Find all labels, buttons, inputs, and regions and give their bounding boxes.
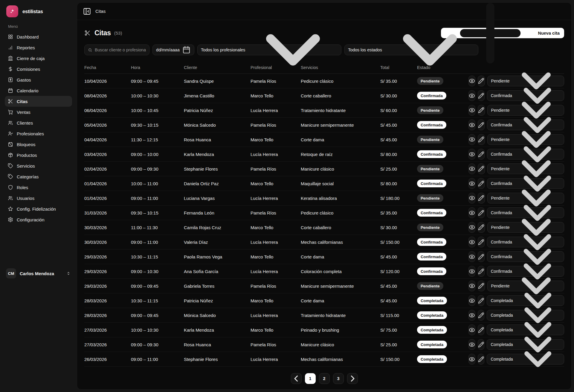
table-row: 30/03/2026 09:00 – 11:00 Valeria Díaz Lu… (84, 235, 564, 249)
view-appointment-button[interactable] (468, 149, 475, 160)
cell-hora: 09:00 – 09:30 (131, 166, 184, 172)
sidebar-item-servicios[interactable]: Servicios (5, 160, 72, 171)
status-badge: Completada (417, 355, 447, 363)
edit-appointment-button[interactable] (478, 134, 485, 145)
sidebar-item-label: Servicios (17, 163, 35, 169)
sidebar-item-cierre-de-caja[interactable]: Cierre de caja (5, 53, 72, 64)
edit-appointment-button[interactable] (478, 339, 485, 350)
view-appointment-button[interactable] (468, 105, 475, 116)
edit-appointment-button[interactable] (478, 76, 485, 86)
view-appointment-button[interactable] (468, 281, 475, 291)
view-appointment-button[interactable] (468, 354, 475, 365)
cell-hora: 09:30 – 10:15 (131, 210, 184, 215)
sidebar-item-ventas[interactable]: Ventas (5, 107, 72, 117)
cell-profesional: Lucía Herrera (251, 196, 301, 201)
content: Citas (53) Nueva cita dd/mm/aaaa (77, 20, 571, 390)
edit-appointment-button[interactable] (478, 149, 485, 160)
sidebar-item-config-fidelizacion[interactable]: Config. Fidelización (5, 203, 72, 214)
cell-cliente: Rosa Huanca (184, 342, 251, 347)
edit-appointment-button[interactable] (478, 295, 485, 306)
eye-icon (469, 283, 475, 289)
view-appointment-button[interactable] (468, 237, 475, 247)
view-appointment-button[interactable] (468, 310, 475, 321)
sparkles-icon (10, 9, 15, 14)
view-appointment-button[interactable] (468, 251, 475, 262)
table-row: 03/04/2026 09:00 – 10:00 Karla Mendoza L… (84, 147, 564, 162)
edit-appointment-button[interactable] (478, 251, 485, 262)
view-appointment-button[interactable] (468, 295, 475, 306)
sidebar-item-productos[interactable]: Productos (5, 150, 72, 160)
sidebar-item-profesionales[interactable]: Profesionales (5, 128, 72, 139)
sidebar-item-label: Calendario (17, 88, 39, 93)
sidebar-item-bloqueos[interactable]: Bloqueos (5, 139, 72, 150)
view-appointment-button[interactable] (468, 76, 475, 86)
sidebar-item-gastos[interactable]: Gastos (5, 74, 72, 85)
sidebar-item-calendario[interactable]: Calendario (5, 85, 72, 96)
pagination-next-button[interactable] (347, 373, 358, 384)
pagination-page-2[interactable]: 2 (319, 373, 330, 384)
sidebar-item-usuarios[interactable]: Usuarios (5, 193, 72, 203)
view-appointment-button[interactable] (468, 266, 475, 277)
view-appointment-button[interactable] (468, 324, 475, 335)
professional-filter-select[interactable]: Todos los profesionales (197, 45, 341, 55)
cell-hora: 09:30 – 10:15 (131, 122, 184, 128)
view-appointment-button[interactable] (468, 339, 475, 350)
search-input[interactable] (95, 48, 146, 52)
sidebar-item-label: Citas (17, 99, 28, 104)
sidebar-item-roles[interactable]: Roles (5, 182, 72, 193)
cell-profesional: Lucía Herrera (251, 269, 301, 274)
cell-servicios: Manicure clásico (301, 166, 380, 172)
cell-estado: Completada (417, 326, 468, 334)
pagination-prev-button[interactable] (291, 373, 302, 384)
edit-appointment-button[interactable] (478, 354, 485, 365)
pagination-page-1[interactable]: 1 (305, 373, 316, 384)
sidebar-item-dashboard[interactable]: Dashboard (5, 31, 72, 42)
edit-appointment-button[interactable] (478, 237, 485, 247)
edit-appointment-button[interactable] (478, 105, 485, 116)
eye-icon (469, 151, 475, 157)
view-appointment-button[interactable] (468, 193, 475, 203)
user-menu-trigger[interactable]: CM Carlos Mendoza (5, 268, 72, 278)
cell-cliente: Jimena Castillo (184, 93, 251, 98)
date-filter-input[interactable]: dd/mm/aaaa (152, 45, 194, 55)
pagination: 123 (84, 373, 564, 390)
edit-appointment-button[interactable] (478, 324, 485, 335)
view-appointment-button[interactable] (468, 134, 475, 145)
view-appointment-button[interactable] (468, 120, 475, 130)
sidebar-collapse-button[interactable] (83, 7, 91, 16)
sidebar-item-label: Bloqueos (17, 142, 36, 147)
cell-fecha: 04/04/2026 (84, 137, 131, 142)
edit-appointment-button[interactable] (478, 310, 485, 321)
status-filter-select[interactable]: Todos los estados (344, 45, 478, 55)
status-badge: Pendiente (417, 106, 443, 114)
calendar-icon (8, 88, 13, 93)
cell-total: S/ 80.00 (380, 152, 417, 157)
sidebar: estilistas Menú Dashboard Reportes Cierr… (0, 0, 77, 392)
edit-appointment-button[interactable] (478, 266, 485, 277)
view-appointment-button[interactable] (468, 207, 475, 218)
edit-appointment-button[interactable] (478, 163, 485, 174)
cell-cliente: Sandra Quispe (184, 79, 251, 84)
view-appointment-button[interactable] (468, 90, 475, 101)
view-appointment-button[interactable] (468, 178, 475, 189)
edit-appointment-button[interactable] (478, 120, 485, 130)
pencil-icon (478, 136, 484, 143)
edit-appointment-button[interactable] (478, 193, 485, 203)
edit-appointment-button[interactable] (478, 90, 485, 101)
table-row: 28/03/2026 09:00 – 09:45 Mónica Salcedo … (84, 308, 564, 323)
pagination-page-3[interactable]: 3 (333, 373, 344, 384)
sidebar-item-categorias[interactable]: Categorías (5, 171, 72, 182)
row-status-select[interactable]: Completada (487, 354, 564, 365)
sidebar-item-configuracion[interactable]: Configuración (5, 214, 72, 225)
status-badge: Confirmada (417, 253, 446, 261)
sidebar-item-clientes[interactable]: Clientes (5, 117, 72, 128)
view-appointment-button[interactable] (468, 222, 475, 233)
sidebar-item-comisiones[interactable]: Comisiones (5, 64, 72, 74)
sidebar-item-citas[interactable]: Citas (5, 96, 72, 107)
edit-appointment-button[interactable] (478, 222, 485, 233)
sidebar-item-reportes[interactable]: Reportes (5, 42, 72, 53)
edit-appointment-button[interactable] (478, 281, 485, 291)
edit-appointment-button[interactable] (478, 207, 485, 218)
view-appointment-button[interactable] (468, 163, 475, 174)
edit-appointment-button[interactable] (478, 178, 485, 189)
